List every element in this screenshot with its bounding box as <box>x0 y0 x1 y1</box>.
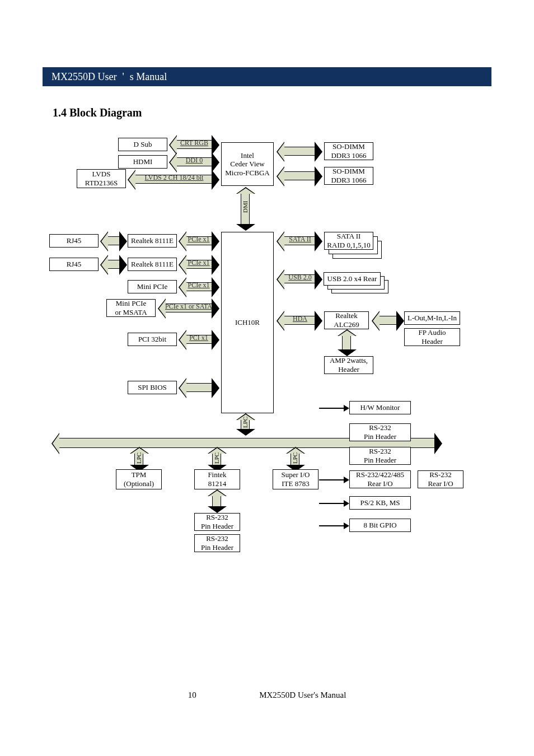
pcie-sata: PCIe x1 or SATA <box>162 302 215 311</box>
gpio-box: 8 Bit GPIO <box>349 519 411 532</box>
mini-pcie-msata: Mini PCIe or MSATA <box>106 299 156 317</box>
lpc-vlabel: LPC <box>242 417 249 428</box>
sio-line-485 <box>319 479 344 480</box>
amp-box: AMP 2watts, Header <box>324 356 373 374</box>
mem-arrow-2 <box>284 171 315 180</box>
lvds-box: LVDS RTD2136S <box>77 169 126 188</box>
sata-bus: SATA II <box>287 235 313 244</box>
spi-bios: SPI BIOS <box>128 381 177 394</box>
sio-line-ps2 <box>319 503 344 504</box>
hdmi-box: HDMI <box>118 155 167 169</box>
title-bar: MX2550D User ' s Manual <box>43 67 491 86</box>
usb-box: USB 2.0 x4 Rear <box>324 272 381 286</box>
lpc-l2: LPC <box>213 452 220 464</box>
crt-label: CRT RGB <box>178 139 210 147</box>
sio-box: Super I/O ITE 8783 <box>273 469 318 489</box>
hw-monitor: H/W Monitor <box>349 401 411 414</box>
fintek-down <box>212 496 221 506</box>
sio-rs232-2: RS-232 Pin Header <box>349 447 411 465</box>
title-sep: ' <box>123 71 124 83</box>
audio-jacks: L-Out,M-In,L-In <box>404 311 460 325</box>
amp-vbus <box>342 336 351 349</box>
footer-text: 10 MX2550D User's Manual <box>0 690 534 700</box>
dsub-box: D Sub <box>118 138 167 151</box>
sio-line-hw <box>319 408 344 409</box>
ps2-box: PS/2 KB, MS <box>349 496 411 510</box>
dmi-label: DMI <box>242 202 249 213</box>
sio-line-gpio <box>319 525 344 526</box>
realtek-1: Realtek 8111E <box>128 234 177 248</box>
sodimm-1: SO-DIMMDDR3 1066 <box>324 142 373 160</box>
pcie-2: PCIe x1 <box>186 259 212 267</box>
pci32: PCI 32bit <box>128 333 177 346</box>
usb-bus: USB 2.0 <box>287 273 313 282</box>
pci-x1: PCI x1 <box>186 334 212 342</box>
rj45-2: RJ45 <box>49 258 99 271</box>
lpc-l3: LPC <box>292 452 298 464</box>
rj45-1-arr <box>108 236 119 245</box>
fintek-rs232-2: RS-232 Pin Header <box>194 534 240 552</box>
fp-audio: FP Audio Header <box>404 328 460 346</box>
pch-box: ICH10R <box>221 232 274 413</box>
ddi-label: DDI 0 <box>181 156 207 165</box>
rs232-rear: RS-232 Rear I/O <box>418 470 463 488</box>
mini-pcie: Mini PCIe <box>128 280 177 293</box>
sata-box: SATA II RAID 0,1,5,10 <box>324 232 373 250</box>
pcie-3: PCIe x1 <box>186 281 212 290</box>
mem-arrow-1 <box>284 147 315 156</box>
fintek-rs232-1: RS-232 Pin Header <box>194 513 240 531</box>
hda-label: HDA <box>291 315 309 323</box>
rj45-2-arr <box>108 260 119 269</box>
spi-arr <box>186 383 212 392</box>
fintek-box: Fintek 81214 <box>194 469 240 489</box>
page-heading: 1.4 Block Diagram <box>53 106 142 119</box>
realtek-2: Realtek 8111E <box>128 258 177 271</box>
pcie-1: PCIe x1 <box>186 235 212 244</box>
rj45-1: RJ45 <box>49 234 99 248</box>
codec-arr <box>380 316 396 325</box>
tpm-box: TPM (Optional) <box>116 469 162 489</box>
title-left: MX2550D User <box>51 71 117 83</box>
title-right: s Manual <box>130 71 167 83</box>
lpc-l1: LPC <box>135 452 142 464</box>
sodimm-2: SO-DIMMDDR3 1066 <box>324 167 373 185</box>
lvds-bus-label: LVDS 2 CH 18/24 bit <box>139 174 209 182</box>
sio-rs232-1: RS-232 Pin Header <box>349 423 411 441</box>
codec-box: Realtek ALC269 <box>324 311 369 329</box>
cpu-box: Intel Ceder View Micro-FCBGA <box>221 142 274 186</box>
rs232-422-485: RS-232/422/485 Rear I/O <box>349 470 411 488</box>
